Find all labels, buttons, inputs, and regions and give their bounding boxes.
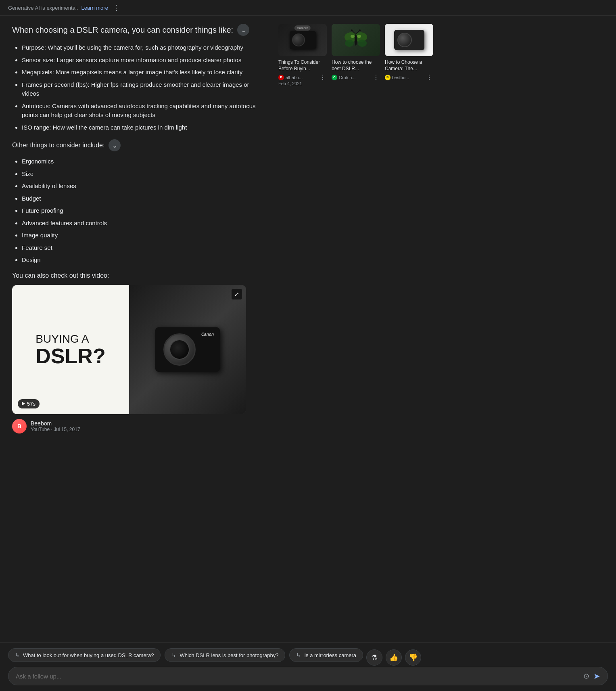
card-2-meta: C Crutch... [332, 75, 356, 80]
card-3-image [385, 24, 433, 56]
card-1[interactable]: Camera Things To Consider Before Buyin..… [278, 24, 327, 86]
card-2-source: Crutch... [339, 75, 356, 80]
list-item: Autofocus: Cameras with advanced autofoc… [22, 102, 266, 120]
card-1-tag: Camera [294, 25, 311, 31]
chip-3-label: Is a mirrorless camera [304, 652, 356, 658]
input-bar: ⊙ ➤ [8, 667, 608, 685]
card-3-source-icon: B [385, 75, 390, 80]
camera-action-icon: ⚗ [371, 653, 378, 662]
other-things-dropdown-button[interactable]: ⌄ [109, 139, 121, 151]
card-3-meta: B bestbu... [385, 75, 409, 80]
butterfly-icon [344, 29, 368, 51]
svg-point-4 [355, 34, 357, 46]
svg-point-3 [358, 40, 367, 47]
video-dslr-text: DSLR? [35, 346, 105, 366]
list-item: Feature set [22, 243, 266, 253]
camera-input-icon-button[interactable]: ⊙ [583, 672, 589, 681]
chip-2-label: Which DSLR lens is best for photography? [180, 652, 278, 658]
list-item: Megapixels: More megapixels means a larg… [22, 68, 266, 77]
list-item: Purpose: What you'll be using the camera… [22, 43, 266, 52]
card-1-source-icon: P [278, 75, 284, 80]
list-item: Size [22, 170, 266, 179]
thumbs-down-icon: 👎 [409, 653, 418, 662]
cards-row: Camera Things To Consider Before Buyin..… [278, 24, 448, 86]
camera-lens-icon: ⊙ [583, 672, 589, 681]
svg-point-9 [351, 35, 355, 38]
video-buying-text: BUYING A [35, 332, 105, 346]
other-things-label: Other things to consider include: [12, 142, 104, 149]
list-item: Frames per second (fps): Higher fps rati… [22, 80, 266, 98]
card-1-date: Feb 4, 2021 [278, 81, 327, 86]
video-duration: 57s [27, 401, 35, 407]
list-item: Advanced features and controls [22, 219, 266, 228]
video-channel-name: Beebom [31, 420, 80, 427]
card-2[interactable]: How to choose the best DSLR... C Crutch.… [332, 24, 380, 86]
play-triangle-icon [22, 402, 25, 406]
svg-point-8 [359, 29, 361, 31]
follow-up-input[interactable] [16, 673, 579, 680]
send-button[interactable]: ➤ [593, 671, 600, 681]
list-item: ISO range: How well the camera can take … [22, 123, 266, 132]
chip-1-arrow-icon: ↳ [15, 652, 20, 658]
chip-2[interactable]: ↳ Which DSLR lens is best for photograph… [165, 648, 285, 662]
video-thumbnail[interactable]: BUYING A DSLR? Canon [12, 285, 246, 414]
card-1-title: Things To Consider Before Buyin... [278, 59, 327, 72]
video-left-side: BUYING A DSLR? [12, 285, 129, 414]
heading-text: When choosing a DSLR camera, you can con… [12, 24, 233, 36]
bottom-bar: ↳ What to look out for when buying a use… [0, 642, 616, 691]
card-1-meta: P all-abo... [278, 75, 303, 80]
list-item: Ergonomics [22, 157, 266, 166]
chips-row: ↳ What to look out for when buying a use… [8, 648, 608, 667]
main-bullet-list: Purpose: What you'll be using the camera… [12, 43, 266, 132]
heading-dropdown-button[interactable]: ⌄ [237, 24, 249, 36]
card-3-title: How to Choose a Camera: The... [385, 59, 433, 72]
card-2-more-button[interactable]: ⋮ [372, 73, 380, 81]
other-things-header: Other things to consider include: ⌄ [12, 139, 266, 151]
card-2-title: How to choose the best DSLR... [332, 59, 380, 72]
chip-3-arrow-icon: ↳ [296, 652, 301, 658]
other-bullet-list: Ergonomics Size Availability of lenses B… [12, 157, 266, 265]
channel-icon: B [12, 419, 27, 433]
left-panel: When choosing a DSLR camera, you can con… [12, 24, 266, 634]
right-panel: Camera Things To Consider Before Buyin..… [278, 24, 448, 634]
svg-point-1 [345, 40, 354, 47]
card-3-more-button[interactable]: ⋮ [425, 73, 433, 81]
card-2-image [332, 24, 380, 56]
thumbs-up-button[interactable]: 👍 [386, 649, 402, 666]
video-meta: B Beebom YouTube · Jul 15, 2017 [12, 419, 266, 433]
svg-point-7 [351, 29, 353, 31]
video-right-side: Canon [129, 285, 246, 414]
video-section-label: You can also check out this video: [12, 272, 266, 279]
list-item: Design [22, 255, 266, 265]
suggestion-chips: ↳ What to look out for when buying a use… [8, 648, 363, 662]
card-1-image: Camera [278, 24, 327, 56]
expand-icon[interactable]: ⤢ [232, 289, 242, 299]
list-item: Future-proofing [22, 206, 266, 216]
main-heading: When choosing a DSLR camera, you can con… [12, 24, 266, 36]
svg-point-10 [357, 35, 361, 38]
card-3[interactable]: How to Choose a Camera: The... B bestbu.… [385, 24, 433, 86]
list-item: Availability of lenses [22, 182, 266, 191]
action-buttons: ⚗ 👍 👎 [366, 649, 421, 666]
camera-brand-label: Canon [201, 332, 214, 337]
more-icon[interactable]: ⋮ [113, 4, 120, 11]
chip-1-label: What to look out for when buying a used … [23, 652, 154, 658]
main-content: When choosing a DSLR camera, you can con… [0, 16, 616, 642]
chip-1[interactable]: ↳ What to look out for when buying a use… [8, 648, 161, 662]
top-bar: Generative AI is experimental. Learn mor… [0, 0, 616, 16]
learn-more-link[interactable]: Learn more [81, 5, 108, 11]
list-item: Budget [22, 194, 266, 203]
play-badge[interactable]: 57s [18, 399, 40, 408]
list-item: Sensor size: Larger sensors capture more… [22, 56, 266, 65]
thumbs-down-button[interactable]: 👎 [405, 649, 421, 666]
card-1-more-button[interactable]: ⋮ [319, 73, 327, 81]
card-2-source-icon: C [332, 75, 337, 80]
video-platform-date: YouTube · Jul 15, 2017 [31, 427, 80, 432]
card-3-source: bestbu... [392, 75, 409, 80]
send-icon: ➤ [593, 671, 600, 681]
ai-notice-text: Generative AI is experimental. [8, 5, 78, 11]
thumbs-up-icon: 👍 [389, 653, 398, 662]
camera-action-button[interactable]: ⚗ [366, 649, 382, 666]
chip-2-arrow-icon: ↳ [171, 652, 176, 658]
chip-3[interactable]: ↳ Is a mirrorless camera [289, 648, 363, 662]
